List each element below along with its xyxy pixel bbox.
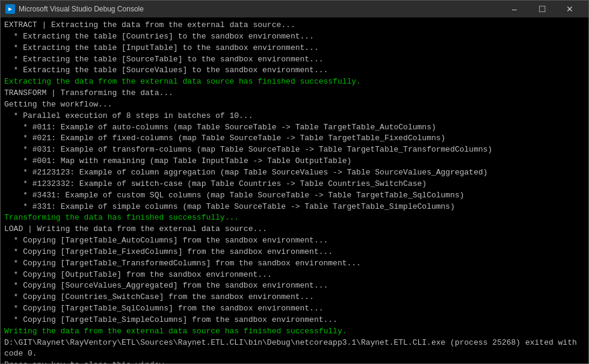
console-line: * Parallel execution of 8 steps in batch…: [4, 111, 585, 122]
console-output: EXTRACT | Extracting the data from the e…: [1, 17, 588, 363]
app-icon: ▶: [5, 4, 15, 14]
console-line: * #1232332: Example of switch-case (map …: [4, 179, 585, 190]
console-line: Transforming the data has finished succe…: [4, 212, 585, 224]
console-line: * #2123123: Example of column aggregatio…: [4, 167, 585, 179]
console-line: * Extracting the table [Countries] to th…: [4, 31, 585, 43]
window-title: Microsoft Visual Studio Debug Console: [19, 5, 501, 13]
console-line: * Copying [TargetTable_SqlColumns] from …: [4, 303, 585, 315]
console-line: Writing the data from the external data …: [4, 326, 585, 338]
console-line: D:\GIT\Raynet\RayVentory\ETL\Sources\Ray…: [4, 338, 585, 360]
minimize-button[interactable]: –: [501, 1, 528, 17]
console-line: TRANSFORM | Transforming the data...: [4, 88, 585, 99]
console-line: * #331: Example of simple columns (map T…: [4, 202, 585, 213]
console-line: * Copying [SourceValues_Aggregated] from…: [4, 280, 585, 292]
maximize-button[interactable]: ☐: [528, 1, 556, 17]
console-line: * Copying [OutputTable] from the sandbox…: [4, 270, 585, 281]
console-line: * Extracting the table [SourceValues] to…: [4, 65, 585, 76]
application-window: ▶ Microsoft Visual Studio Debug Console …: [0, 0, 589, 364]
console-line: * #001: Map with remaining (map Table In…: [4, 156, 585, 167]
console-line: LOAD | Writing the data from the externa…: [4, 224, 585, 235]
console-line: * #021: Example of fixed-columns (map Ta…: [4, 133, 585, 144]
console-line: * Copying [TargetTable_FixedColumns] fro…: [4, 247, 585, 258]
console-line: * Copying [Countries_SwitchCase] from th…: [4, 292, 585, 303]
titlebar: ▶ Microsoft Visual Studio Debug Console …: [1, 1, 588, 17]
close-button[interactable]: ✕: [556, 1, 584, 17]
console-line: * Copying [TargetTable_SimpleColumns] fr…: [4, 315, 585, 326]
console-line: EXTRACT | Extracting the data from the e…: [4, 20, 585, 31]
window-controls: – ☐ ✕: [501, 1, 584, 17]
console-line: * #3431: Example of custom SQL columns (…: [4, 190, 585, 202]
console-line: * Extracting the table [SourceTable] to …: [4, 54, 585, 66]
console-line: * Extracting the table [InputTable] to t…: [4, 43, 585, 54]
console-line: * Copying [TargetTable_TransformedColumn…: [4, 258, 585, 270]
app-icon-label: ▶: [8, 5, 12, 13]
console-line: Extracting the data from the external da…: [4, 76, 585, 88]
console-line: * #011: Example of auto-columns (map Tab…: [4, 122, 585, 134]
console-line: * Copying [TargetTable_AutoColumns] from…: [4, 235, 585, 247]
console-line: Getting the workflow...: [4, 99, 585, 111]
console-line: * #031: Example of transform-columns (ma…: [4, 144, 585, 156]
console-line: Press any key to close this window . . .: [4, 360, 585, 363]
